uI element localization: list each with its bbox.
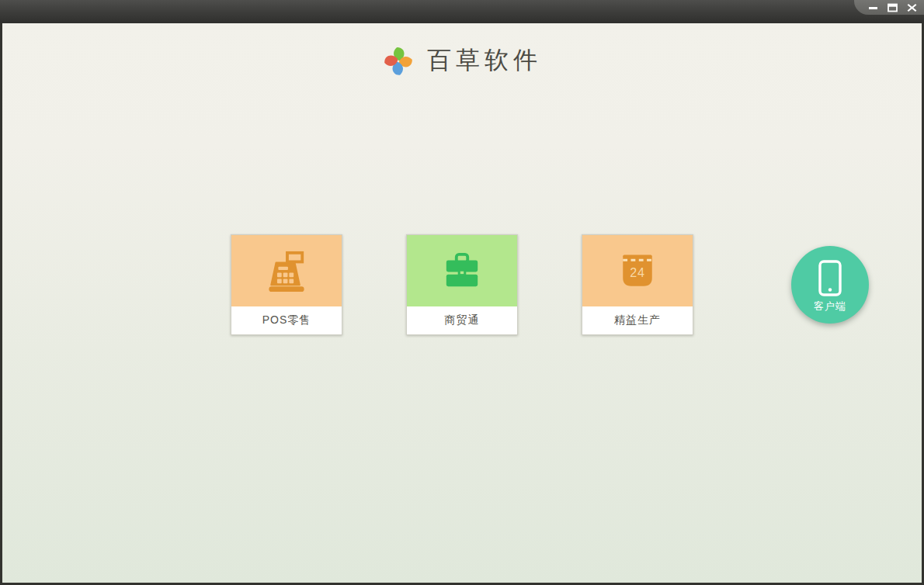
- product-card-trade[interactable]: 商贸通: [406, 234, 518, 335]
- app-title: 百草软件: [427, 44, 542, 77]
- pinwheel-logo-icon: [382, 45, 415, 76]
- tile-icon-area: [407, 235, 517, 306]
- calendar-day-number: 24: [630, 265, 645, 279]
- calendar-icon: 24: [618, 251, 657, 291]
- cash-register-icon: [266, 249, 307, 292]
- client-button[interactable]: 客户端: [791, 246, 869, 324]
- titlebar[interactable]: [0, 0, 924, 23]
- maximize-icon: [888, 3, 898, 12]
- app-window: 百草软件: [0, 0, 924, 585]
- maximize-button[interactable]: [886, 2, 898, 13]
- window-controls: [854, 0, 924, 15]
- tile-label: POS零售: [231, 306, 342, 334]
- tile-label: 精益生产: [582, 306, 693, 334]
- smartphone-icon: [818, 260, 842, 296]
- tile-icon-area: 24: [582, 235, 693, 306]
- product-tiles: POS零售 商贸通: [2, 234, 922, 335]
- close-icon: [907, 3, 917, 12]
- minimize-icon: [868, 3, 878, 12]
- client-button-label: 客户端: [814, 299, 846, 313]
- close-button[interactable]: [905, 2, 918, 13]
- tile-icon-area: [231, 235, 342, 306]
- main-content: 百草软件: [0, 23, 924, 585]
- brand-header: 百草软件: [2, 44, 922, 77]
- tile-label: 商贸通: [407, 306, 517, 334]
- minimize-button[interactable]: [867, 2, 879, 13]
- product-card-pos-retail[interactable]: POS零售: [231, 234, 342, 335]
- briefcase-icon: [441, 251, 483, 290]
- product-card-lean-production[interactable]: 24 精益生产: [582, 234, 693, 335]
